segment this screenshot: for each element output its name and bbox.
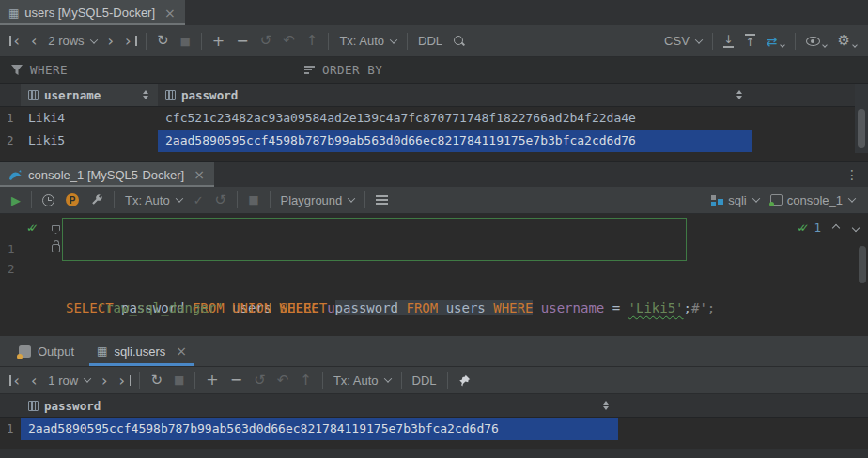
search-icon[interactable] — [448, 30, 471, 53]
next-page-button[interactable]: › — [102, 30, 119, 53]
tab-result-grid[interactable]: ▦ sqli.users × — [85, 336, 198, 366]
reload-page-icon[interactable]: ↻ — [151, 30, 175, 53]
injection-marker-icon[interactable] — [52, 225, 60, 234]
previous-page-button[interactable]: ‹ — [25, 369, 42, 391]
ddl-button[interactable]: DDL — [412, 30, 448, 53]
row-number: 1 — [0, 418, 21, 440]
table-icon: ▦ — [97, 345, 107, 357]
delete-row-button[interactable]: − — [230, 30, 254, 53]
injection-lock-icon[interactable] — [52, 244, 60, 252]
results-panel-tabbar: Output ▦ sqli.users × — [0, 336, 868, 367]
next-result-icon[interactable] — [852, 223, 860, 231]
rollback-icon: ↶ — [277, 30, 301, 53]
tab-users-grid[interactable]: ▦ users [MySQL5-Docker] × — [0, 0, 185, 25]
revert-icon: ↺ — [255, 30, 278, 53]
tx-mode-dropdown[interactable]: Tx: Auto — [119, 189, 188, 211]
cell-username[interactable]: Liki4 — [21, 107, 158, 130]
playground-mode-dropdown[interactable]: Playground — [275, 189, 361, 211]
compare-icon[interactable]: ⇄ — [761, 30, 790, 53]
last-page-button[interactable]: › — [119, 30, 141, 53]
execution-result-navigator: ✓✓ 1 — [797, 221, 859, 235]
first-page-button[interactable]: ‹ — [4, 369, 25, 391]
column-header-username[interactable]: username — [21, 84, 158, 106]
export-data-icon[interactable]: ↓ — [718, 30, 739, 53]
grid-scrollbar-thumb[interactable] — [858, 109, 865, 148]
filter-funnel-icon — [11, 65, 23, 75]
sort-toggle-icon[interactable] — [603, 401, 609, 410]
result-grid-header: password — [0, 394, 868, 418]
output-layout-icon[interactable] — [370, 189, 394, 211]
table-row[interactable]: 1 2aad5890595ccf4598b787b99ab563d0d66ec8… — [0, 418, 868, 440]
settings-gear-icon[interactable]: ⚙ — [832, 30, 862, 53]
parameters-icon[interactable]: P — [60, 189, 85, 211]
session-dropdown[interactable]: console_1 — [765, 189, 860, 211]
sql-editor[interactable]: 1 ✓✓ SELECT password FROM users WHERE us… — [0, 214, 868, 336]
sort-toggle-icon[interactable] — [736, 90, 742, 99]
active-tab-indicator — [89, 363, 194, 366]
row-number: 1 — [0, 107, 21, 130]
session-icon — [770, 194, 783, 206]
execute-play-button[interactable]: ▶ — [6, 189, 26, 211]
order-by-icon — [304, 66, 315, 74]
next-page-button[interactable]: › — [96, 369, 113, 391]
tab-output[interactable]: Output — [8, 336, 85, 366]
submit-icon: ↑ — [294, 369, 318, 391]
cell-password-selected[interactable]: 2aad5890595ccf4598b787b99ab563d0d66ec821… — [21, 418, 618, 440]
reload-page-icon[interactable]: ↻ — [145, 369, 168, 391]
close-icon[interactable]: × — [164, 7, 176, 20]
stop-icon: ■ — [175, 30, 196, 53]
rows-count-dropdown[interactable]: 1 row — [42, 369, 96, 391]
column-icon — [165, 90, 176, 100]
grid-filter-bar: WHERE ORDER BY — [0, 57, 868, 84]
kebab-menu-icon[interactable]: ⋮ — [840, 163, 864, 186]
history-clock-icon[interactable] — [37, 189, 60, 211]
delete-row-button[interactable]: − — [225, 369, 248, 391]
editor-line[interactable]: 1 ✓✓ SELECT password FROM users WHERE us… — [0, 220, 868, 239]
rows-count-dropdown[interactable]: 2 rows — [42, 30, 101, 53]
schema-icon — [710, 194, 723, 206]
order-by-input[interactable]: ORDER BY — [322, 63, 382, 77]
mysql-dolphin-icon — [8, 169, 23, 181]
add-row-button[interactable]: + — [207, 30, 230, 53]
editor-line[interactable]: 2 'raw_sql_danger' UNION SELECT password… — [0, 239, 868, 259]
stop-icon: ■ — [242, 189, 264, 211]
import-data-icon[interactable]: ↑ — [739, 30, 761, 53]
result-grid-toolbar: ‹ ‹ 1 row › › ↻ ■ + − ↺ ↶ ↑ Tx: Auto DDL — [0, 367, 868, 394]
where-filter-input[interactable]: WHERE — [30, 63, 68, 77]
first-page-button[interactable]: ‹ — [4, 30, 25, 53]
tx-mode-dropdown[interactable]: Tx: Auto — [333, 30, 402, 53]
close-icon[interactable]: × — [176, 344, 187, 358]
editor-scrollbar-thumb[interactable] — [859, 246, 866, 283]
cell-username[interactable]: Liki5 — [21, 130, 158, 152]
output-icon — [19, 345, 31, 358]
last-page-button[interactable]: › — [114, 369, 135, 391]
export-format-dropdown[interactable]: CSV — [659, 30, 707, 53]
top-grid-header: username password — [0, 84, 868, 107]
result-count: 1 — [814, 221, 821, 235]
wrench-settings-icon[interactable] — [85, 189, 109, 211]
row-number: 2 — [0, 130, 21, 152]
pin-tab-icon[interactable] — [453, 369, 476, 391]
column-header-password[interactable]: password — [21, 394, 618, 417]
close-icon[interactable]: × — [194, 168, 205, 181]
previous-result-icon[interactable] — [832, 223, 840, 231]
tx-mode-dropdown[interactable]: Tx: Auto — [328, 369, 396, 391]
revert-icon: ↺ — [248, 369, 271, 391]
previous-page-button[interactable]: ‹ — [25, 30, 42, 53]
schema-dropdown[interactable]: sqli — [705, 189, 765, 211]
cell-password[interactable]: cfc521c23482ac93a09584ad2e139c4a7fc87077… — [158, 107, 752, 130]
ddl-button[interactable]: DDL — [407, 369, 442, 391]
table-row[interactable]: 1 Liki4 cfc521c23482ac93a09584ad2e139c4a… — [0, 107, 868, 130]
view-options-icon[interactable] — [800, 30, 832, 53]
tab-console[interactable]: console_1 [MySQL5-Docker] × — [0, 162, 214, 187]
sort-toggle-icon[interactable] — [143, 90, 148, 99]
tab-title: Output — [38, 344, 74, 359]
stop-icon: ■ — [168, 369, 190, 391]
table-row[interactable]: 2 Liki5 2aad5890595ccf4598b787b99ab563d0… — [0, 130, 868, 152]
cell-password-selected[interactable]: 2aad5890595ccf4598b787b99ab563d0d66ec821… — [158, 130, 752, 152]
column-header-password[interactable]: password — [158, 84, 752, 106]
tab-title: users [MySQL5-Docker] — [24, 6, 155, 20]
add-row-button[interactable]: + — [200, 369, 224, 391]
statement-executed-check-icon: ✓✓ — [26, 222, 39, 234]
bottom-scrollbar-lane[interactable] — [0, 449, 868, 458]
